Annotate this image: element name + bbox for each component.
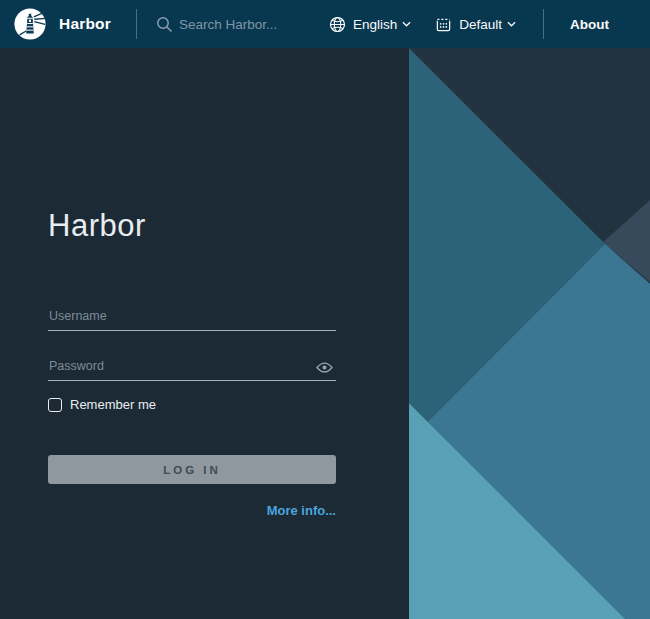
search-icon xyxy=(156,16,173,33)
eye-icon[interactable] xyxy=(316,361,333,374)
log-in-button[interactable]: LOG IN xyxy=(48,455,336,484)
username-input[interactable] xyxy=(48,304,336,331)
password-input[interactable] xyxy=(48,354,336,381)
chevron-down-icon xyxy=(402,21,411,27)
remember-me-row[interactable]: Remember me xyxy=(48,397,156,412)
login-form: Harbor Remember me LOG IN More info... xyxy=(48,48,336,619)
username-field-wrap xyxy=(48,304,336,331)
theme-selector[interactable]: Default xyxy=(435,16,516,33)
theme-grid-icon xyxy=(435,16,452,33)
navbar-divider xyxy=(136,9,137,39)
search-section xyxy=(156,16,329,33)
globe-icon xyxy=(329,16,346,33)
login-page: Harbor Remember me LOG IN More info... xyxy=(0,48,650,619)
brand-title: Harbor xyxy=(59,15,111,33)
top-navbar: Harbor English xyxy=(0,0,650,48)
theme-label: Default xyxy=(459,17,502,32)
language-label: English xyxy=(353,17,397,32)
navbar-divider xyxy=(543,9,544,39)
password-field-wrap xyxy=(48,354,336,381)
search-input[interactable] xyxy=(179,17,329,32)
language-selector[interactable]: English xyxy=(329,16,411,33)
brand-section[interactable]: Harbor xyxy=(0,0,136,48)
about-link[interactable]: About xyxy=(570,17,609,32)
harbor-lighthouse-icon xyxy=(13,7,47,41)
background-artwork xyxy=(409,48,650,619)
remember-me-checkbox[interactable] xyxy=(48,398,62,412)
more-info-link[interactable]: More info... xyxy=(267,503,336,518)
chevron-down-icon xyxy=(507,21,516,27)
remember-me-label: Remember me xyxy=(70,397,156,412)
page-title: Harbor xyxy=(48,208,146,244)
navbar-right-group: English Default About xyxy=(329,9,650,39)
